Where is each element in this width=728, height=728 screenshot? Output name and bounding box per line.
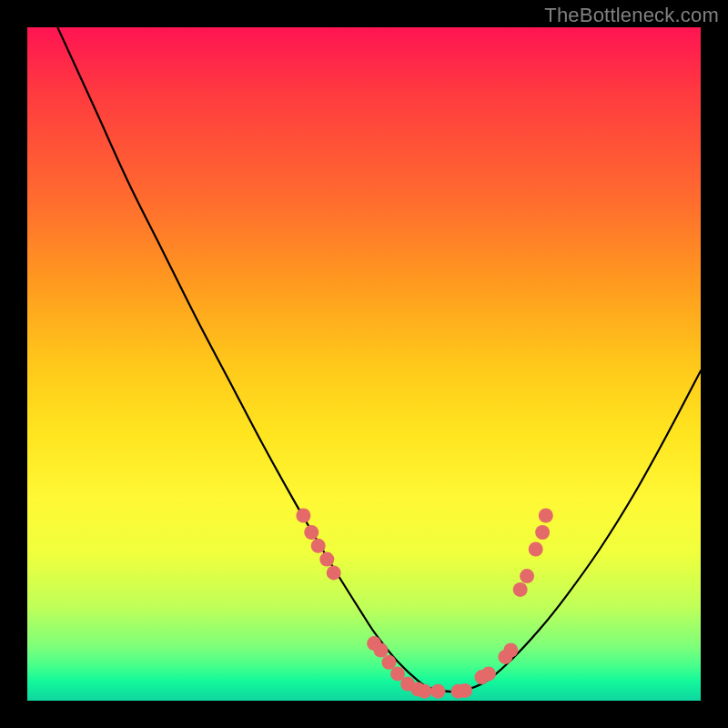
highlight-dot — [458, 683, 472, 698]
highlight-dot — [311, 539, 326, 553]
highlight-dot — [481, 666, 496, 681]
plot-area — [27, 27, 701, 701]
highlight-dot — [304, 525, 318, 540]
main-curve — [57, 27, 701, 692]
highlight-dot — [296, 509, 310, 523]
highlight-dot — [529, 542, 543, 557]
highlight-dot — [327, 565, 341, 580]
highlight-dot — [418, 684, 432, 699]
highlight-dot — [381, 655, 396, 670]
highlight-dot — [539, 509, 553, 523]
highlight-dot — [535, 525, 550, 540]
curve-svg — [27, 27, 701, 701]
chart-container: TheBottleneck.com — [0, 0, 728, 728]
highlight-dot — [503, 643, 518, 658]
watermark-text: TheBottleneck.com — [544, 4, 719, 27]
highlight-dot — [319, 552, 334, 567]
highlight-dot — [520, 569, 534, 583]
highlight-dots — [296, 509, 552, 699]
highlight-dot — [513, 582, 528, 597]
highlight-dot — [374, 643, 389, 658]
highlight-dot — [430, 684, 445, 699]
